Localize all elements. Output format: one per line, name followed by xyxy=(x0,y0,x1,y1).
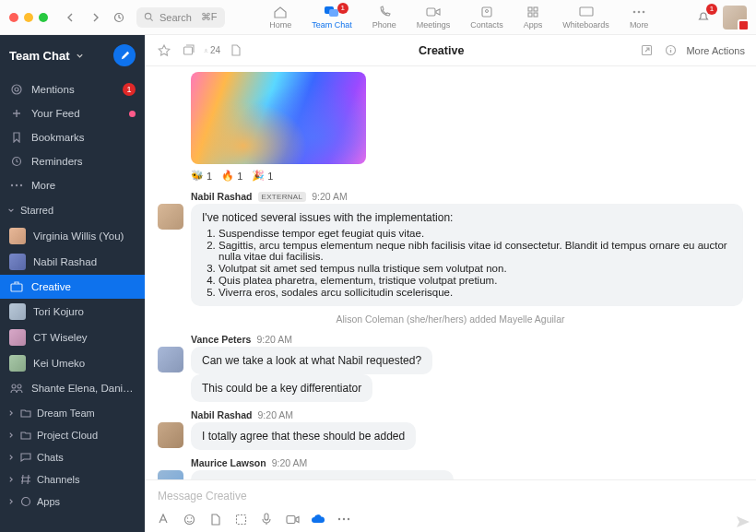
phone-icon xyxy=(376,6,393,18)
sidebar-item-tori[interactable]: Tori Kojuro xyxy=(0,299,145,325)
star-button[interactable] xyxy=(156,42,172,59)
cloud-button[interactable] xyxy=(311,512,325,526)
compose-button[interactable] xyxy=(113,44,136,66)
sidebar-group-apps[interactable]: Apps xyxy=(0,491,145,513)
svg-rect-40 xyxy=(265,514,268,520)
sidebar-item-reminders[interactable]: Reminders xyxy=(0,149,145,173)
sidebar-group-project[interactable]: Project Cloud xyxy=(0,424,145,446)
external-link-button[interactable] xyxy=(638,42,655,59)
nav-more[interactable]: More xyxy=(630,6,649,30)
avatar[interactable] xyxy=(158,204,183,230)
message-text: I've noticed several issues with the imp… xyxy=(202,211,732,224)
avatar[interactable] xyxy=(158,347,183,372)
more-icon xyxy=(9,178,24,193)
list-item: Volutpat sit amet sed tempus nulla trist… xyxy=(219,263,732,274)
close-window[interactable] xyxy=(9,13,18,22)
sidebar-item-label: Virginia Willis (You) xyxy=(33,231,136,242)
nav-home[interactable]: Home xyxy=(269,6,291,30)
nav-apps[interactable]: Apps xyxy=(524,6,543,30)
sidebar-item-nabil[interactable]: Nabil Rashad xyxy=(0,249,145,275)
sidebar-item-kei[interactable]: Kei Umeko xyxy=(0,350,145,376)
sidebar-group-dream[interactable]: Dream Team xyxy=(0,402,145,424)
sidebar-item-more[interactable]: More xyxy=(0,173,145,197)
at-icon xyxy=(9,82,24,97)
notifications-button[interactable]: 1 xyxy=(693,7,714,28)
sidebar-title: Team Chat xyxy=(9,49,70,63)
avatar xyxy=(9,228,26,244)
nav-contacts[interactable]: Contacts xyxy=(470,6,503,30)
list-item: Viverra eros, sodales arcu sollicitudin … xyxy=(219,287,732,298)
svg-point-36 xyxy=(184,514,194,524)
svg-rect-4 xyxy=(427,8,435,16)
more-tools-button[interactable] xyxy=(337,512,351,526)
message-list[interactable]: 🐝1 🔥1 🎉1 Nabil RashadEXTERNAL9:20 AM I'v… xyxy=(145,66,756,479)
unread-badge: 1 xyxy=(123,83,136,96)
bookmark-icon xyxy=(9,130,24,145)
sidebar-item-feed[interactable]: Your Feed xyxy=(0,101,145,125)
nav-whiteboards[interactable]: Whiteboards xyxy=(562,6,609,30)
svg-point-16 xyxy=(15,88,18,91)
composer-toolbar xyxy=(156,512,745,526)
profile-avatar[interactable] xyxy=(723,6,747,30)
svg-point-6 xyxy=(486,9,489,12)
screenshot-button[interactable] xyxy=(233,512,248,526)
sidebar-item-label: Shante Elena, Daniel Bow… xyxy=(31,383,136,394)
global-search[interactable]: Search ⌘F xyxy=(136,7,225,28)
sidebar-item-creative[interactable]: Creative xyxy=(0,275,145,299)
nav-forward-button[interactable] xyxy=(85,7,105,28)
sidebar-item-label: Your Feed xyxy=(31,108,122,119)
nav-label: Team Chat xyxy=(312,20,352,30)
message-author: Maurice Lawson xyxy=(191,457,266,468)
emoji-button[interactable] xyxy=(182,512,196,526)
svg-rect-7 xyxy=(528,7,532,11)
chat-header: 24 Creative More Actions xyxy=(145,35,756,66)
message-author: Nabil Rashad xyxy=(191,191,253,202)
search-placeholder: Search xyxy=(159,12,192,23)
sidebar-item-group[interactable]: Shante Elena, Daniel Bow… xyxy=(0,376,145,400)
sidebar-item-mentions[interactable]: Mentions 1 xyxy=(0,77,145,101)
avatar[interactable] xyxy=(158,422,183,448)
attached-image[interactable] xyxy=(191,72,366,164)
video-clip-button[interactable] xyxy=(285,512,300,526)
chevron-right-icon xyxy=(7,498,15,505)
message-text: This could be a key differentiator xyxy=(191,374,372,402)
attach-file-button[interactable] xyxy=(207,512,222,526)
nav-team-chat[interactable]: 1 Team Chat xyxy=(312,6,352,30)
send-button[interactable] xyxy=(736,515,750,528)
sidebar-item-label: Creative xyxy=(31,281,136,292)
history-button[interactable] xyxy=(109,7,129,28)
sidebar-item-ct[interactable]: CT Wiseley xyxy=(0,325,145,350)
top-nav: Home 1 Team Chat Phone Meetings Contacts xyxy=(232,6,686,30)
files-button[interactable] xyxy=(228,42,244,59)
message-input[interactable] xyxy=(156,484,745,512)
avatar xyxy=(9,355,26,372)
group-label: Channels xyxy=(37,474,79,485)
sidebar: Team Chat Mentions 1 Your Feed xyxy=(0,35,145,532)
sidebar-title-dropdown[interactable]: Team Chat xyxy=(9,49,84,63)
nav-meetings[interactable]: Meetings xyxy=(417,6,451,30)
nav-phone[interactable]: Phone xyxy=(372,6,396,30)
reaction-party[interactable]: 🎉1 xyxy=(252,170,273,182)
info-button[interactable] xyxy=(662,42,679,59)
minimize-window[interactable] xyxy=(24,13,33,22)
message-time: 9:20 AM xyxy=(256,334,292,345)
sidebar-item-virginia[interactable]: Virginia Willis (You) xyxy=(0,223,145,249)
sidebar-item-bookmarks[interactable]: Bookmarks xyxy=(0,125,145,149)
sidebar-group-channels[interactable]: Channels xyxy=(0,468,145,491)
reaction-bee[interactable]: 🐝1 xyxy=(191,170,212,182)
reaction-fire[interactable]: 🔥1 xyxy=(221,170,242,182)
members-button[interactable]: 24 xyxy=(204,42,220,59)
nav-back-button[interactable] xyxy=(61,7,81,28)
folder-icon xyxy=(20,430,31,441)
avatar[interactable] xyxy=(158,470,183,479)
new-window-button[interactable] xyxy=(180,42,196,59)
sidebar-item-label: CT Wiseley xyxy=(33,332,136,343)
sidebar-item-label: Kei Umeko xyxy=(33,358,136,369)
maximize-window[interactable] xyxy=(39,13,48,22)
sidebar-group-starred[interactable]: Starred xyxy=(0,199,145,221)
more-actions-button[interactable]: More Actions xyxy=(686,45,745,56)
format-button[interactable] xyxy=(156,512,171,526)
list-item: Sagittis, arcu tempus elementum neque ni… xyxy=(219,240,732,262)
sidebar-group-chats[interactable]: Chats xyxy=(0,446,145,468)
audio-button[interactable] xyxy=(259,512,274,526)
